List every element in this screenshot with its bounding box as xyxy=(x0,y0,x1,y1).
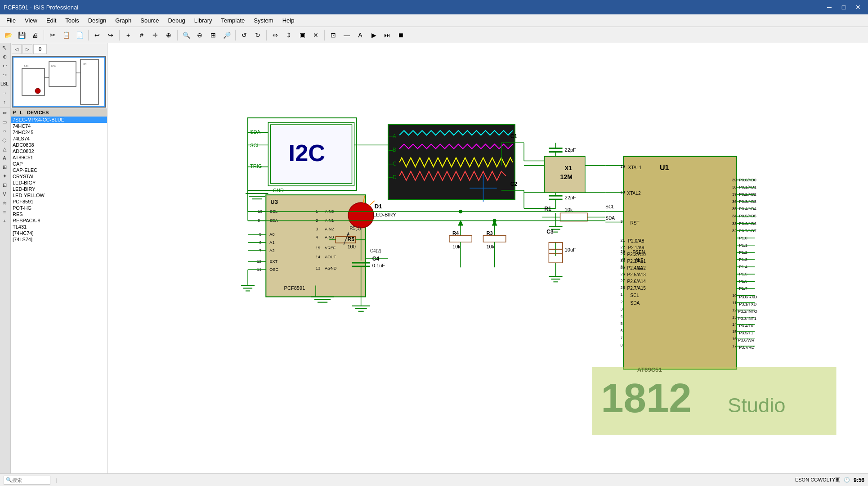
stop-button[interactable]: ⏹ xyxy=(394,29,407,41)
menu-view[interactable]: View xyxy=(20,15,42,26)
device-item-respack8[interactable]: RESPACK-8 xyxy=(11,217,107,224)
device-item-74hc245[interactable]: 74HC245 xyxy=(11,129,107,135)
svg-text:R1: R1 xyxy=(544,206,551,212)
paste-button[interactable]: 📄 xyxy=(73,29,86,41)
sym-tool[interactable]: ⊞ xyxy=(0,162,9,171)
device-item-74hc74b[interactable]: [74HC74] xyxy=(11,230,107,236)
gen-tool[interactable]: ≋ xyxy=(0,198,9,207)
mark-tool[interactable]: ✦ xyxy=(0,171,9,180)
back-button[interactable]: ◁ xyxy=(12,44,22,54)
device-item-7seg[interactable]: 7SEG-MPX4-CC-BLUE xyxy=(11,117,107,123)
label-button[interactable]: A xyxy=(354,29,367,41)
menu-debug[interactable]: Debug xyxy=(163,15,189,26)
device-item-at89c51[interactable]: AT89C51 xyxy=(11,154,107,161)
mirror-y-button[interactable]: ⇕ xyxy=(282,29,295,41)
up-tool[interactable]: ↑ xyxy=(0,97,9,106)
rotate-left-button[interactable]: ↺ xyxy=(238,29,251,41)
rect-tool[interactable]: ▭ xyxy=(0,117,9,126)
menu-tools[interactable]: Tools xyxy=(61,15,83,26)
rotate-right-button[interactable]: ↻ xyxy=(251,29,264,41)
copy-button[interactable]: 📋 xyxy=(60,29,72,41)
device-item-74hc74[interactable]: 74HC74 xyxy=(11,123,107,129)
menu-help[interactable]: Help xyxy=(278,15,299,26)
delete-button[interactable]: ✕ xyxy=(309,29,322,41)
circle-tool[interactable]: ○ xyxy=(0,126,9,135)
open-button[interactable]: 📂 xyxy=(2,29,14,41)
move-button[interactable]: ⊕ xyxy=(162,29,175,41)
device-item-pot-hg[interactable]: POT-HG xyxy=(11,205,107,211)
svg-text:12: 12 xyxy=(732,308,737,312)
svg-text:C3: C3 xyxy=(546,229,554,235)
cut-button[interactable]: ✂ xyxy=(46,29,59,41)
select-tool[interactable]: ↖ xyxy=(0,43,9,52)
device-item-led-biry[interactable]: LED-BIRY xyxy=(11,186,107,192)
close-button[interactable]: ✕ xyxy=(852,3,864,12)
probe-button[interactable]: ⊡ xyxy=(327,29,340,41)
zoom-input[interactable] xyxy=(33,44,47,54)
device-item-cap-elec[interactable]: CAP-ELEC xyxy=(11,167,107,173)
titlebar: PCF8591 - ISIS Professional ─ □ ✕ xyxy=(0,0,868,14)
device-item-led-bigy[interactable]: LED-BIGY xyxy=(11,180,107,186)
minimize-button[interactable]: ─ xyxy=(823,3,836,12)
add-button[interactable]: + xyxy=(122,29,134,41)
device-item-adc0808[interactable]: ADC0808 xyxy=(11,142,107,148)
redo-button[interactable]: ↪ xyxy=(104,29,117,41)
menu-library[interactable]: Library xyxy=(190,15,217,26)
device-item-crystal[interactable]: CRYSTAL xyxy=(11,173,107,180)
select-button[interactable]: ▣ xyxy=(296,29,309,41)
zoom-out-button[interactable]: ⊖ xyxy=(193,29,206,41)
device-item-cap[interactable]: CAP xyxy=(11,161,107,167)
grid-button[interactable]: # xyxy=(135,29,148,41)
device-item-tl431[interactable]: TL431 xyxy=(11,224,107,230)
step-button[interactable]: ⏭ xyxy=(381,29,394,41)
search-input[interactable] xyxy=(12,477,48,483)
bus-tool[interactable]: ≡ xyxy=(0,207,9,216)
add-tool[interactable]: + xyxy=(0,216,9,225)
menu-source[interactable]: Source xyxy=(136,15,163,26)
device-item-led-yellow[interactable]: LED-YELLOW xyxy=(11,192,107,198)
menu-edit[interactable]: Edit xyxy=(42,15,61,26)
poly-tool[interactable]: △ xyxy=(0,144,9,153)
probe-tool[interactable]: ⊡ xyxy=(0,180,9,189)
svg-text:12M: 12M xyxy=(560,173,573,180)
device-item-pcf8591[interactable]: PCF8591 xyxy=(11,198,107,205)
save-button[interactable]: 💾 xyxy=(15,29,28,41)
undo-button[interactable]: ↩ xyxy=(91,29,103,41)
zoom-in-button[interactable]: 🔍 xyxy=(180,29,192,41)
device-item-adc0832[interactable]: ADC0832 xyxy=(11,148,107,154)
zoom-area-button[interactable]: 🔎 xyxy=(220,29,233,41)
wire-tool[interactable]: ↩ xyxy=(0,61,9,70)
device-item-74ls74b[interactable]: [74LS74] xyxy=(11,236,107,243)
component-tool[interactable]: ⊕ xyxy=(0,52,9,61)
volt-tool[interactable]: V xyxy=(0,189,9,198)
label-tool[interactable]: LBL xyxy=(0,79,9,88)
menu-file[interactable]: File xyxy=(2,15,20,26)
svg-text:9: 9 xyxy=(620,219,622,224)
nav-buttons: ◁ ▷ xyxy=(11,43,107,55)
junction-tool[interactable]: ↪ xyxy=(0,70,9,79)
arrow-tool[interactable]: → xyxy=(0,88,9,97)
text-tool[interactable]: A xyxy=(0,153,9,162)
menu-system[interactable]: System xyxy=(249,15,277,26)
maximize-button[interactable]: □ xyxy=(837,3,850,12)
menu-graph[interactable]: Graph xyxy=(111,15,136,26)
svg-text:13: 13 xyxy=(732,315,737,320)
cross-button[interactable]: ✛ xyxy=(149,29,161,41)
device-item-res[interactable]: RES xyxy=(11,211,107,217)
mirror-x-button[interactable]: ⇔ xyxy=(269,29,282,41)
zoom-fit-button[interactable]: ⊞ xyxy=(207,29,219,41)
draw-tool[interactable]: ✏ xyxy=(0,108,9,117)
menu-template[interactable]: Template xyxy=(217,15,250,26)
svg-text:22pF: 22pF xyxy=(565,147,576,153)
device-list[interactable]: 7SEG-MPX4-CC-BLUE 74HC74 74HC245 74LS74 … xyxy=(11,117,107,473)
menu-design[interactable]: Design xyxy=(84,15,111,26)
arc-tool[interactable]: ◌ xyxy=(0,135,9,144)
thumbnail-area[interactable]: U3 I2C U1 xyxy=(12,56,106,108)
device-item-74ls74[interactable]: 74LS74 xyxy=(11,135,107,142)
print-button[interactable]: 🖨 xyxy=(29,29,41,41)
forward-button[interactable]: ▷ xyxy=(22,44,32,54)
schematic-area[interactable]: I2C SDA SCL TRIG A B C D xyxy=(107,43,868,473)
wire-button[interactable]: — xyxy=(340,29,353,41)
col-devices: DEVICES xyxy=(27,110,49,115)
run-button[interactable]: ▶ xyxy=(367,29,380,41)
